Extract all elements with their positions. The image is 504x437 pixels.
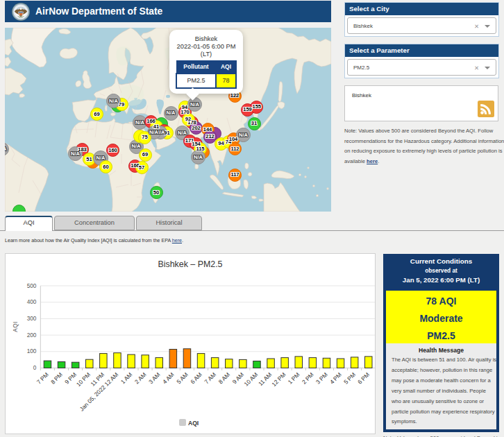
svg-text:6 PM: 6 PM [356,371,371,386]
svg-text:200: 200 [27,332,37,339]
svg-text:400: 400 [27,299,37,305]
svg-text:100: 100 [27,348,37,354]
svg-text:3 PM: 3 PM [314,371,329,386]
svg-text:300: 300 [27,316,37,322]
svg-text:12 PM: 12 PM [270,371,287,388]
svg-text:4 PM: 4 PM [328,371,343,386]
svg-text:2 PM: 2 PM [301,371,315,386]
svg-text:AQI: AQI [12,321,19,332]
svg-text:1 PM: 1 PM [287,371,301,386]
svg-text:5 PM: 5 PM [342,371,357,386]
svg-text:AQI: AQI [188,420,199,427]
svg-text:10 PM: 10 PM [75,371,92,388]
svg-text:10 AM: 10 AM [242,371,259,388]
svg-text:7 PM: 7 PM [35,371,50,386]
svg-text:6 AM: 6 AM [189,371,203,386]
svg-text:5 AM: 5 AM [175,371,190,386]
svg-text:11 AM: 11 AM [257,371,273,387]
svg-text:2 AM: 2 AM [133,371,148,386]
svg-text:7 AM: 7 AM [203,371,217,386]
svg-text:8 AM: 8 AM [217,371,232,386]
svg-text:1 AM: 1 AM [119,371,134,386]
svg-text:3 AM: 3 AM [147,371,162,386]
svg-text:0: 0 [33,365,37,371]
svg-text:Bishkek – PM2.5: Bishkek – PM2.5 [158,259,223,269]
svg-text:4 AM: 4 AM [161,371,176,386]
svg-text:8 PM: 8 PM [49,371,64,386]
svg-text:500: 500 [27,283,37,289]
